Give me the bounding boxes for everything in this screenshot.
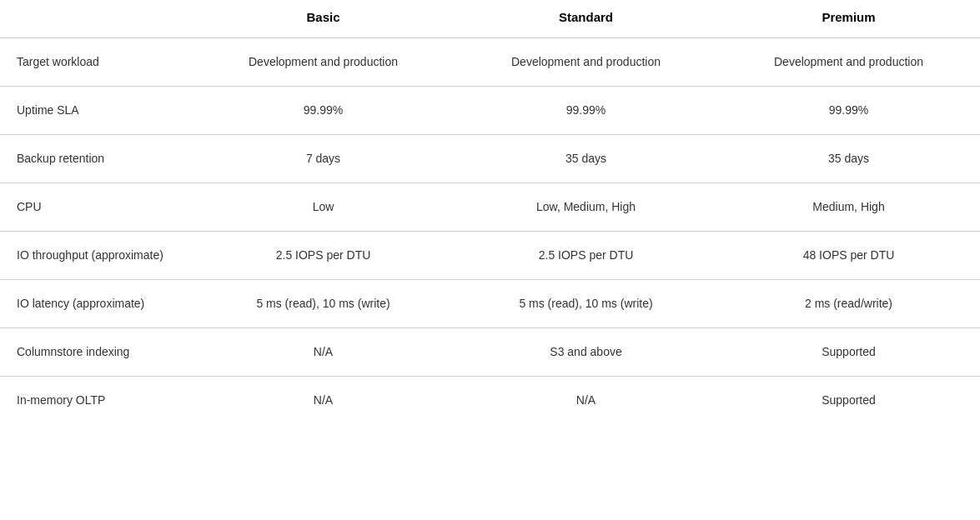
header-feature [0, 0, 192, 38]
cell-feature: CPU [0, 183, 192, 232]
cell-standard: 2.5 IOPS per DTU [455, 232, 717, 280]
table-row: In-memory OLTPN/AN/ASupported [0, 377, 980, 425]
cell-standard: Low, Medium, High [455, 183, 717, 232]
cell-premium: 99.99% [717, 87, 980, 135]
cell-premium: 48 IOPS per DTU [717, 232, 980, 280]
header-premium: Premium [717, 0, 980, 38]
cell-basic: Development and production [192, 38, 455, 87]
cell-standard: 5 ms (read), 10 ms (write) [455, 280, 717, 328]
cell-feature: Columnstore indexing [0, 328, 192, 377]
table-row: CPULowLow, Medium, HighMedium, High [0, 183, 980, 232]
comparison-table: Basic Standard Premium Target workloadDe… [0, 0, 980, 424]
cell-standard: 99.99% [455, 87, 717, 135]
cell-basic: N/A [192, 328, 455, 377]
cell-basic: 2.5 IOPS per DTU [192, 232, 455, 280]
cell-premium: 2 ms (read/write) [717, 280, 980, 328]
cell-feature: IO throughput (approximate) [0, 232, 192, 280]
cell-premium: Medium, High [717, 183, 980, 232]
table-row: Backup retention7 days35 days35 days [0, 135, 980, 183]
cell-feature: IO latency (approximate) [0, 280, 192, 328]
cell-premium: Supported [717, 328, 980, 377]
cell-premium: Supported [717, 377, 980, 425]
cell-feature: Backup retention [0, 135, 192, 183]
cell-standard: S3 and above [455, 328, 717, 377]
table-row: Target workloadDevelopment and productio… [0, 38, 980, 87]
header-standard: Standard [455, 0, 717, 38]
table-row: Columnstore indexingN/AS3 and aboveSuppo… [0, 328, 980, 377]
cell-basic: N/A [192, 377, 455, 425]
cell-premium: 35 days [717, 135, 980, 183]
cell-feature: Target workload [0, 38, 192, 87]
table-row: IO latency (approximate)5 ms (read), 10 … [0, 280, 980, 328]
cell-basic: 5 ms (read), 10 ms (write) [192, 280, 455, 328]
cell-basic: Low [192, 183, 455, 232]
cell-standard: N/A [455, 377, 717, 425]
cell-standard: 35 days [455, 135, 717, 183]
cell-basic: 7 days [192, 135, 455, 183]
cell-feature: In-memory OLTP [0, 377, 192, 425]
header-basic: Basic [192, 0, 455, 38]
table-row: IO throughput (approximate)2.5 IOPS per … [0, 232, 980, 280]
cell-basic: 99.99% [192, 87, 455, 135]
cell-standard: Development and production [455, 38, 717, 87]
table-row: Uptime SLA99.99%99.99%99.99% [0, 87, 980, 135]
cell-feature: Uptime SLA [0, 87, 192, 135]
cell-premium: Development and production [717, 38, 980, 87]
